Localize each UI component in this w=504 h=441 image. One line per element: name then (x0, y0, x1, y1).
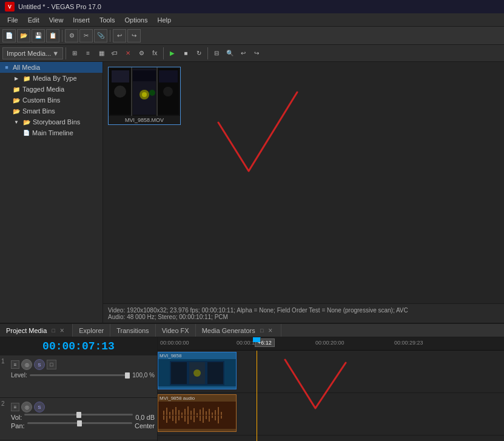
tab-media-generators-close[interactable]: □ (258, 326, 266, 335)
import-dropdown-icon[interactable]: ▼ (52, 50, 59, 57)
save-as-button[interactable]: 📋 (46, 29, 59, 42)
media-thumbnail (109, 67, 180, 116)
storyboard-expand-icon[interactable]: ▼ (12, 118, 21, 126)
playhead-handle[interactable] (253, 337, 260, 342)
track-1-level-fader[interactable] (30, 374, 130, 376)
storyboard-bins-icon: 📂 (22, 118, 31, 126)
stop-button[interactable]: ■ (180, 47, 192, 59)
track-1-number: 1 (1, 358, 5, 365)
svg-rect-19 (161, 405, 234, 426)
sidebar-item-smart-bins[interactable]: 📂 Smart Bins (0, 106, 102, 116)
svg-point-10 (163, 87, 173, 96)
all-media-label: All Media (13, 64, 40, 71)
list-view-button[interactable]: ≡ (82, 47, 94, 59)
tab-project-media-close[interactable]: □ (49, 326, 58, 335)
media-by-type-expand-icon[interactable]: ▶ (12, 74, 21, 82)
sidebar-item-media-by-type[interactable]: ▶ 📁 Media By Type (0, 73, 102, 84)
tl-clip-2[interactable]: MVI_9858 audio (158, 394, 237, 432)
svg-point-2 (114, 86, 126, 98)
status-line-1: Video: 1920x1080x32; 23.976 fps; 00:00:1… (108, 307, 499, 314)
toolbar: 📄 📂 💾 📋 ⚙ ✂ 📎 ↩ ↪ (0, 27, 504, 45)
properties-button[interactable]: ⚙ (135, 47, 147, 59)
menu-help[interactable]: Help (152, 15, 176, 25)
smart-bins-icon: 📂 (12, 107, 21, 115)
sidebar-item-main-timeline[interactable]: 📄 Main Timeline (0, 127, 102, 138)
menu-options[interactable]: Options (120, 15, 153, 25)
time-display: 00:00:07:13 (0, 337, 157, 355)
title-bar: V Untitled * - VEGAS Pro 17.0 (0, 0, 504, 13)
tab-project-media-label: Project Media (6, 327, 47, 334)
track-2-mute-btn[interactable]: ◎ (21, 402, 32, 412)
tab-project-media-pin[interactable]: × (58, 326, 66, 335)
tab-explorer[interactable]: Explorer (73, 324, 110, 337)
all-media-icon: ■ (2, 63, 11, 72)
track-2-pan-fader[interactable] (27, 422, 132, 424)
grid-view-button[interactable]: ⊞ (69, 47, 81, 59)
track-1-mute-btn[interactable]: ◎ (21, 359, 32, 370)
track-2-vol-thumb[interactable] (76, 412, 81, 418)
sidebar-item-storyboard-bins[interactable]: ▼ 📂 Storyboard Bins (0, 116, 102, 127)
track-1-menu-btn[interactable]: ≡ (11, 360, 19, 369)
sidebar-item-tagged-media[interactable]: 📁 Tagged Media (0, 84, 102, 95)
track-2-vol-label: Vol: (11, 414, 22, 421)
tab-transitions[interactable]: Transitions (110, 324, 155, 337)
svg-rect-15 (171, 362, 187, 384)
media-item-mvi9858[interactable]: MVI_9858.MOV (108, 67, 181, 125)
track-2-vol-fader[interactable] (24, 414, 133, 416)
track-1-expand-btn[interactable]: □ (47, 360, 56, 369)
track-1-fader-thumb[interactable] (125, 372, 130, 379)
track-2-solo-btn[interactable]: S (34, 402, 45, 412)
toolbar-sep-2 (110, 30, 110, 42)
sidebar-item-all-media[interactable]: ■ All Media (0, 62, 102, 73)
track-2-vol-value: 0,0 dB (135, 414, 155, 421)
cut-button[interactable]: ✂ (79, 29, 93, 42)
svg-rect-18 (207, 362, 223, 384)
track-2-menu-btn[interactable]: ≡ (11, 403, 19, 411)
settings-button[interactable]: ⚙ (65, 29, 78, 42)
menu-tools[interactable]: Tools (95, 15, 120, 25)
track-2-pan-row: Pan: Center (11, 422, 155, 429)
mtb-sep-2 (163, 47, 164, 59)
import-media-button[interactable]: Import Media... ▼ (2, 47, 63, 59)
undo-media-button[interactable]: ↩ (237, 47, 249, 59)
zoom-button[interactable]: 🔍 (224, 47, 236, 59)
menu-file[interactable]: File (2, 15, 23, 25)
tab-media-generators-pin[interactable]: × (266, 326, 275, 335)
bottom-panel: Project Media □ × Explorer Transitions V… (0, 323, 504, 441)
redo-button[interactable]: ↪ (127, 29, 141, 42)
track-2-number: 2 (1, 400, 5, 407)
fx-button[interactable]: fx (149, 47, 161, 59)
sidebar-item-custom-bins[interactable]: 📂 Custom Bins (0, 95, 102, 106)
status-line-2: Audio: 48 000 Hz; Stereo; 00:00:10:11; P… (108, 314, 499, 320)
svg-rect-11 (159, 70, 178, 82)
copy-button[interactable]: 📎 (94, 29, 107, 42)
tab-project-media[interactable]: Project Media □ × (0, 324, 73, 337)
tl-clip-2-label: MVI_9858 audio (158, 395, 236, 402)
delete-button[interactable]: ✕ (122, 47, 134, 59)
undo-button[interactable]: ↩ (113, 29, 126, 42)
tab-media-generators[interactable]: Media Generators □ × (196, 324, 281, 337)
track-1-solo-btn[interactable]: S (34, 359, 45, 370)
tab-video-fx[interactable]: Video FX (156, 324, 196, 337)
menu-bar: File Edit View Insert Tools Options Help (0, 13, 504, 27)
view-options-button[interactable]: ⊟ (210, 47, 223, 59)
save-button[interactable]: 💾 (32, 29, 45, 42)
play-button[interactable]: ▶ (166, 47, 178, 59)
mtb-sep-3 (207, 47, 208, 59)
tl-clip-1[interactable]: MVI_9858 (158, 352, 237, 389)
loop-button[interactable]: ↻ (193, 47, 205, 59)
menu-insert[interactable]: Insert (68, 15, 95, 25)
new-button[interactable]: 📄 (2, 29, 16, 42)
menu-edit[interactable]: Edit (23, 15, 44, 25)
menu-view[interactable]: View (44, 15, 69, 25)
media-area: MVI_9858.MOV Video: 1920x1080x32; 23.976… (103, 62, 504, 323)
open-button[interactable]: 📂 (17, 29, 30, 42)
tag-button[interactable]: 🏷 (109, 47, 121, 59)
bottom-tabs: Project Media □ × Explorer Transitions V… (0, 324, 504, 337)
track-2-pan-thumb[interactable] (77, 420, 82, 426)
thumbnails-button[interactable]: ▦ (95, 47, 107, 59)
main-timeline-icon: 📄 (22, 129, 30, 137)
tab-transitions-label: Transitions (116, 327, 149, 334)
ruler-mark-0: 00:00:00:00 (160, 340, 189, 346)
redo-media-button[interactable]: ↪ (250, 47, 263, 59)
